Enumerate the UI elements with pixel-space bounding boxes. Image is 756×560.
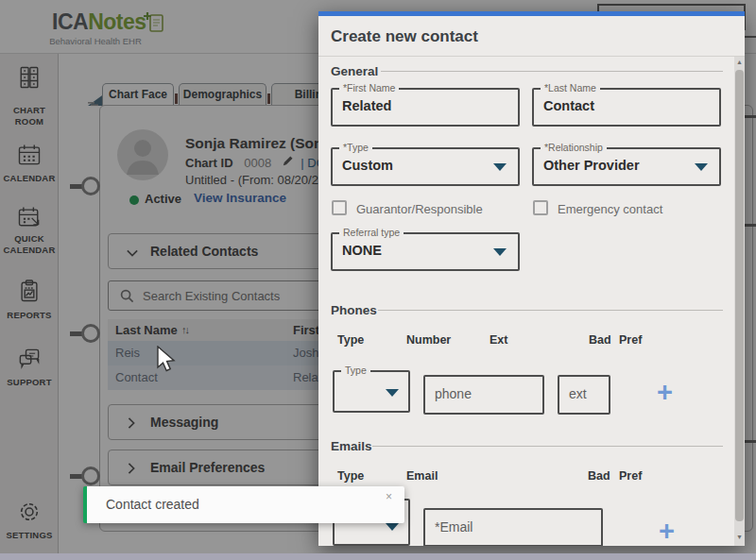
relationship-select[interactable]: *Relationship Other Provider bbox=[532, 147, 721, 186]
phone-type-select[interactable]: Type bbox=[333, 370, 410, 413]
referral-type-value: NONE bbox=[342, 243, 382, 258]
emergency-checkbox-label: Emergency contact bbox=[558, 202, 662, 216]
last-name-value: Contact bbox=[543, 98, 594, 113]
relationship-value: Other Provider bbox=[543, 158, 640, 173]
section-rule bbox=[378, 310, 723, 311]
emails-col-type: Type bbox=[337, 469, 364, 483]
scroll-down-icon[interactable]: ▼ bbox=[734, 534, 745, 540]
type-select[interactable]: *Type Custom bbox=[331, 147, 520, 186]
section-rule bbox=[372, 446, 723, 447]
phones-col-pref: Pref bbox=[619, 333, 642, 347]
create-contact-modal: Create new contact General *First Name R… bbox=[318, 11, 745, 546]
phone-ext-field bbox=[558, 375, 610, 415]
referral-type-label: Referral type bbox=[339, 227, 404, 238]
scroll-up-icon[interactable]: ▲ bbox=[734, 59, 745, 65]
dropdown-caret-icon bbox=[493, 248, 507, 256]
phones-col-ext: Ext bbox=[490, 333, 507, 347]
add-phone-button[interactable]: + bbox=[657, 379, 673, 405]
modal-accent-bar bbox=[318, 11, 745, 16]
guarantor-checkbox-label: Guarantor/Responsible bbox=[356, 202, 483, 216]
section-rule bbox=[381, 71, 723, 72]
email-field bbox=[423, 508, 603, 546]
first-name-field[interactable]: *First Name Related bbox=[331, 88, 520, 127]
screen: ICANotes Behavioral Health EHR CHART ROO… bbox=[0, 0, 756, 560]
phones-col-number: Number bbox=[406, 333, 451, 347]
relationship-label: *Relationship bbox=[541, 142, 607, 153]
dropdown-caret-icon bbox=[493, 163, 507, 171]
toast-close-icon[interactable]: × bbox=[386, 490, 392, 503]
last-name-field[interactable]: *Last Name Contact bbox=[532, 88, 721, 127]
phone-type-label: Type bbox=[341, 365, 370, 376]
phone-number-input[interactable] bbox=[435, 379, 533, 409]
add-email-button[interactable]: + bbox=[659, 518, 675, 544]
modal-title: Create new contact bbox=[331, 27, 478, 46]
type-label: *Type bbox=[339, 142, 372, 153]
emails-col-bad: Bad bbox=[588, 469, 610, 483]
email-input[interactable] bbox=[435, 512, 592, 541]
dropdown-caret-icon bbox=[695, 163, 708, 171]
phone-ext-input[interactable] bbox=[569, 379, 599, 409]
modal-scrollbar-thumb[interactable] bbox=[735, 70, 744, 521]
phone-number-field bbox=[423, 375, 544, 415]
section-phones: Phones bbox=[331, 303, 377, 317]
emails-col-pref: Pref bbox=[619, 469, 642, 483]
type-value: Custom bbox=[342, 158, 393, 173]
first-name-label: *First Name bbox=[339, 82, 399, 93]
phones-col-bad: Bad bbox=[589, 333, 611, 347]
modal-title-divider bbox=[318, 56, 745, 57]
dropdown-caret-icon bbox=[386, 389, 399, 397]
toast-notification: Contact created × bbox=[83, 486, 404, 523]
guarantor-checkbox[interactable] bbox=[332, 200, 347, 215]
first-name-value: Related bbox=[342, 98, 391, 113]
toast-message: Contact created bbox=[106, 486, 199, 523]
dropdown-caret-icon bbox=[386, 523, 399, 531]
emails-col-email: Email bbox=[406, 469, 438, 483]
window-bottom-edge bbox=[0, 553, 756, 560]
emergency-checkbox[interactable] bbox=[533, 200, 548, 215]
phones-col-type: Type bbox=[337, 333, 364, 347]
section-emails: Emails bbox=[331, 439, 372, 453]
last-name-label: *Last Name bbox=[541, 82, 600, 93]
referral-type-select[interactable]: Referral type NONE bbox=[331, 232, 520, 271]
mouse-cursor bbox=[156, 346, 180, 378]
section-general: General bbox=[331, 64, 378, 78]
